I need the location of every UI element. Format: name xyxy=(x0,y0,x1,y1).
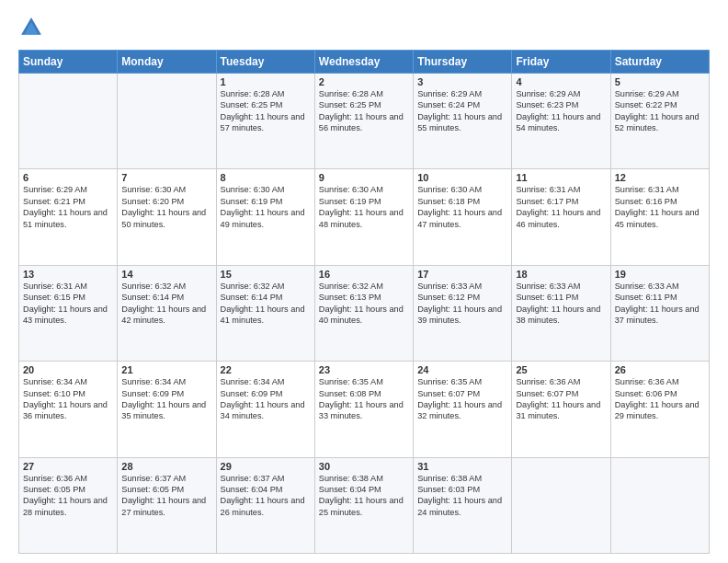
calendar-cell: 26Sunrise: 6:36 AM Sunset: 6:06 PM Dayli… xyxy=(610,362,709,457)
week-row: 13Sunrise: 6:31 AM Sunset: 6:15 PM Dayli… xyxy=(19,265,710,361)
day-number: 6 xyxy=(23,172,113,183)
calendar-cell xyxy=(610,457,709,553)
cell-info: Sunrise: 6:36 AM Sunset: 6:07 PM Dayligh… xyxy=(516,376,606,422)
cell-info: Sunrise: 6:30 AM Sunset: 6:19 PM Dayligh… xyxy=(221,184,311,230)
calendar-cell: 23Sunrise: 6:35 AM Sunset: 6:08 PM Dayli… xyxy=(314,362,413,457)
cell-info: Sunrise: 6:33 AM Sunset: 6:11 PM Dayligh… xyxy=(615,281,705,327)
cell-info: Sunrise: 6:33 AM Sunset: 6:12 PM Dayligh… xyxy=(417,281,507,327)
cell-info: Sunrise: 6:29 AM Sunset: 6:23 PM Dayligh… xyxy=(516,88,606,134)
day-number: 20 xyxy=(23,364,113,375)
weekday-header: Wednesday xyxy=(314,51,413,74)
calendar-cell: 3Sunrise: 6:29 AM Sunset: 6:24 PM Daylig… xyxy=(414,74,512,169)
calendar-table: SundayMondayTuesdayWednesdayThursdayFrid… xyxy=(18,50,710,554)
day-number: 11 xyxy=(516,172,606,183)
cell-info: Sunrise: 6:34 AM Sunset: 6:09 PM Dayligh… xyxy=(221,376,311,422)
calendar-cell xyxy=(118,74,216,169)
cell-info: Sunrise: 6:33 AM Sunset: 6:11 PM Dayligh… xyxy=(516,281,606,327)
cell-info: Sunrise: 6:30 AM Sunset: 6:19 PM Dayligh… xyxy=(319,184,409,230)
day-number: 16 xyxy=(319,269,409,280)
day-number: 15 xyxy=(221,269,311,280)
logo xyxy=(18,15,48,40)
week-row: 1Sunrise: 6:28 AM Sunset: 6:25 PM Daylig… xyxy=(19,74,710,169)
logo-icon xyxy=(18,15,44,40)
calendar-cell: 20Sunrise: 6:34 AM Sunset: 6:10 PM Dayli… xyxy=(19,362,118,457)
day-number: 28 xyxy=(121,461,211,472)
cell-info: Sunrise: 6:36 AM Sunset: 6:06 PM Dayligh… xyxy=(615,376,705,422)
day-number: 1 xyxy=(221,76,311,87)
weekday-header: Monday xyxy=(118,51,216,74)
weekday-header: Tuesday xyxy=(216,51,314,74)
day-number: 24 xyxy=(417,364,507,375)
calendar-cell: 15Sunrise: 6:32 AM Sunset: 6:14 PM Dayli… xyxy=(216,265,314,361)
weekday-header: Thursday xyxy=(414,51,512,74)
cell-info: Sunrise: 6:32 AM Sunset: 6:13 PM Dayligh… xyxy=(319,281,409,327)
calendar-cell: 7Sunrise: 6:30 AM Sunset: 6:20 PM Daylig… xyxy=(118,169,216,265)
calendar-cell xyxy=(19,74,118,169)
calendar-cell: 19Sunrise: 6:33 AM Sunset: 6:11 PM Dayli… xyxy=(610,265,709,361)
calendar-cell: 17Sunrise: 6:33 AM Sunset: 6:12 PM Dayli… xyxy=(414,265,512,361)
cell-info: Sunrise: 6:29 AM Sunset: 6:22 PM Dayligh… xyxy=(615,88,705,134)
day-number: 13 xyxy=(23,269,113,280)
calendar-cell: 27Sunrise: 6:36 AM Sunset: 6:05 PM Dayli… xyxy=(19,457,118,553)
calendar-cell: 5Sunrise: 6:29 AM Sunset: 6:22 PM Daylig… xyxy=(610,74,709,169)
cell-info: Sunrise: 6:32 AM Sunset: 6:14 PM Dayligh… xyxy=(221,281,311,327)
cell-info: Sunrise: 6:30 AM Sunset: 6:18 PM Dayligh… xyxy=(417,184,507,230)
calendar-cell: 12Sunrise: 6:31 AM Sunset: 6:16 PM Dayli… xyxy=(610,169,709,265)
calendar-cell: 22Sunrise: 6:34 AM Sunset: 6:09 PM Dayli… xyxy=(216,362,314,457)
day-number: 14 xyxy=(121,269,211,280)
day-number: 5 xyxy=(615,76,705,87)
calendar-body: 1Sunrise: 6:28 AM Sunset: 6:25 PM Daylig… xyxy=(19,74,710,554)
calendar-cell: 25Sunrise: 6:36 AM Sunset: 6:07 PM Dayli… xyxy=(512,362,610,457)
day-number: 23 xyxy=(319,364,409,375)
calendar-cell: 13Sunrise: 6:31 AM Sunset: 6:15 PM Dayli… xyxy=(19,265,118,361)
day-number: 30 xyxy=(319,461,409,472)
calendar-header: SundayMondayTuesdayWednesdayThursdayFrid… xyxy=(19,51,710,74)
day-number: 31 xyxy=(417,461,507,472)
calendar-cell: 8Sunrise: 6:30 AM Sunset: 6:19 PM Daylig… xyxy=(216,169,314,265)
day-number: 25 xyxy=(516,364,606,375)
cell-info: Sunrise: 6:31 AM Sunset: 6:17 PM Dayligh… xyxy=(516,184,606,230)
calendar-cell: 1Sunrise: 6:28 AM Sunset: 6:25 PM Daylig… xyxy=(216,74,314,169)
weekday-header: Saturday xyxy=(610,51,709,74)
cell-info: Sunrise: 6:28 AM Sunset: 6:25 PM Dayligh… xyxy=(319,88,409,134)
day-number: 10 xyxy=(417,172,507,183)
cell-info: Sunrise: 6:38 AM Sunset: 6:04 PM Dayligh… xyxy=(319,473,409,519)
day-number: 8 xyxy=(221,172,311,183)
header xyxy=(18,15,710,40)
calendar-cell: 10Sunrise: 6:30 AM Sunset: 6:18 PM Dayli… xyxy=(414,169,512,265)
calendar-cell: 14Sunrise: 6:32 AM Sunset: 6:14 PM Dayli… xyxy=(118,265,216,361)
calendar-cell: 9Sunrise: 6:30 AM Sunset: 6:19 PM Daylig… xyxy=(314,169,413,265)
day-number: 12 xyxy=(615,172,705,183)
calendar-cell: 2Sunrise: 6:28 AM Sunset: 6:25 PM Daylig… xyxy=(314,74,413,169)
day-number: 19 xyxy=(615,269,705,280)
day-number: 21 xyxy=(121,364,211,375)
cell-info: Sunrise: 6:36 AM Sunset: 6:05 PM Dayligh… xyxy=(23,473,113,519)
day-number: 4 xyxy=(516,76,606,87)
week-row: 27Sunrise: 6:36 AM Sunset: 6:05 PM Dayli… xyxy=(19,457,710,553)
cell-info: Sunrise: 6:29 AM Sunset: 6:21 PM Dayligh… xyxy=(23,184,113,230)
cell-info: Sunrise: 6:28 AM Sunset: 6:25 PM Dayligh… xyxy=(221,88,311,134)
calendar-cell: 30Sunrise: 6:38 AM Sunset: 6:04 PM Dayli… xyxy=(314,457,413,553)
page: SundayMondayTuesdayWednesdayThursdayFrid… xyxy=(0,0,728,563)
calendar-cell: 28Sunrise: 6:37 AM Sunset: 6:05 PM Dayli… xyxy=(118,457,216,553)
header-row: SundayMondayTuesdayWednesdayThursdayFrid… xyxy=(19,51,710,74)
cell-info: Sunrise: 6:35 AM Sunset: 6:08 PM Dayligh… xyxy=(319,376,409,422)
calendar-cell: 4Sunrise: 6:29 AM Sunset: 6:23 PM Daylig… xyxy=(512,74,610,169)
cell-info: Sunrise: 6:37 AM Sunset: 6:04 PM Dayligh… xyxy=(221,473,311,519)
week-row: 6Sunrise: 6:29 AM Sunset: 6:21 PM Daylig… xyxy=(19,169,710,265)
cell-info: Sunrise: 6:31 AM Sunset: 6:15 PM Dayligh… xyxy=(23,281,113,327)
cell-info: Sunrise: 6:37 AM Sunset: 6:05 PM Dayligh… xyxy=(121,473,211,519)
calendar-cell: 29Sunrise: 6:37 AM Sunset: 6:04 PM Dayli… xyxy=(216,457,314,553)
weekday-header: Sunday xyxy=(19,51,118,74)
day-number: 27 xyxy=(23,461,113,472)
calendar-cell: 31Sunrise: 6:38 AM Sunset: 6:03 PM Dayli… xyxy=(414,457,512,553)
cell-info: Sunrise: 6:30 AM Sunset: 6:20 PM Dayligh… xyxy=(121,184,211,230)
cell-info: Sunrise: 6:32 AM Sunset: 6:14 PM Dayligh… xyxy=(121,281,211,327)
calendar-cell: 6Sunrise: 6:29 AM Sunset: 6:21 PM Daylig… xyxy=(19,169,118,265)
calendar-cell: 16Sunrise: 6:32 AM Sunset: 6:13 PM Dayli… xyxy=(314,265,413,361)
day-number: 29 xyxy=(221,461,311,472)
cell-info: Sunrise: 6:38 AM Sunset: 6:03 PM Dayligh… xyxy=(417,473,507,519)
calendar-cell: 24Sunrise: 6:35 AM Sunset: 6:07 PM Dayli… xyxy=(414,362,512,457)
cell-info: Sunrise: 6:31 AM Sunset: 6:16 PM Dayligh… xyxy=(615,184,705,230)
day-number: 2 xyxy=(319,76,409,87)
